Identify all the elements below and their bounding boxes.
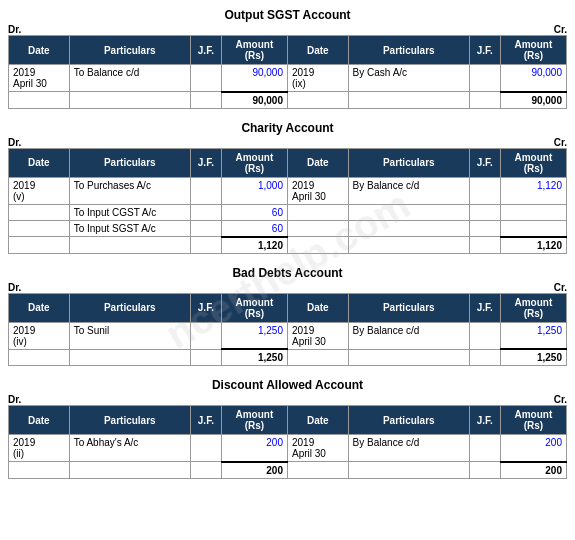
- col-header-left-0: Date: [9, 148, 70, 177]
- col-header-left-2: J.F.: [190, 36, 221, 65]
- col-header-right-0: Date: [287, 36, 348, 65]
- dr-label: Dr.: [8, 137, 21, 148]
- credit-total-date: [287, 349, 348, 366]
- credit-date-2: [287, 220, 348, 237]
- debit-amount-2: 60: [221, 220, 287, 237]
- col-header-right-3: Amount (Rs): [500, 293, 566, 322]
- credit-date-0: 2019 (ix): [287, 65, 348, 92]
- debit-total-amount: 200: [221, 462, 287, 479]
- debit-particulars-0: To Balance c/d: [69, 65, 190, 92]
- col-header-right-1: Particulars: [348, 36, 469, 65]
- credit-total-jf: [469, 92, 500, 109]
- debit-particulars-1: To Input CGST A/c: [69, 204, 190, 220]
- debit-particulars-0: To Sunil: [69, 322, 190, 349]
- col-header-left-0: Date: [9, 36, 70, 65]
- total-row: 90,00090,000: [9, 92, 567, 109]
- account-title-1: Charity Account: [8, 121, 567, 135]
- credit-particulars-0: By Cash A/c: [348, 65, 469, 92]
- col-header-left-0: Date: [9, 293, 70, 322]
- credit-particulars-0: By Balance c/d: [348, 322, 469, 349]
- table-row: To Input SGST A/c60: [9, 220, 567, 237]
- account-table-0: DateParticularsJ.F.Amount (Rs)DatePartic…: [8, 35, 567, 109]
- cr-label: Cr.: [554, 282, 567, 293]
- col-header-left-1: Particulars: [69, 148, 190, 177]
- debit-amount-0: 90,000: [221, 65, 287, 92]
- credit-amount-0: 90,000: [500, 65, 566, 92]
- col-header-right-3: Amount (Rs): [500, 406, 566, 435]
- credit-jf-2: [469, 220, 500, 237]
- col-header-right-2: J.F.: [469, 293, 500, 322]
- account-block-2: Bad Debts AccountDr.Cr.DateParticularsJ.…: [8, 266, 567, 367]
- dr-cr-row-2: Dr.Cr.: [8, 282, 567, 293]
- total-row: 1,1201,120: [9, 237, 567, 254]
- credit-particulars-1: [348, 204, 469, 220]
- debit-jf-0: [190, 322, 221, 349]
- debit-jf-2: [190, 220, 221, 237]
- account-block-1: Charity AccountDr.Cr.DateParticularsJ.F.…: [8, 121, 567, 254]
- debit-total-date: [9, 462, 70, 479]
- col-header-right-1: Particulars: [348, 148, 469, 177]
- debit-total-date: [9, 237, 70, 254]
- dr-cr-row-1: Dr.Cr.: [8, 137, 567, 148]
- dr-cr-row-3: Dr.Cr.: [8, 394, 567, 405]
- debit-total-jf: [190, 462, 221, 479]
- dr-label: Dr.: [8, 24, 21, 35]
- debit-total-amount: 1,120: [221, 237, 287, 254]
- debit-date-0: 2019 April 30: [9, 65, 70, 92]
- credit-particulars-0: By Balance c/d: [348, 177, 469, 204]
- debit-total-amount: 90,000: [221, 92, 287, 109]
- credit-total-particulars: [348, 237, 469, 254]
- credit-particulars-2: [348, 220, 469, 237]
- credit-date-0: 2019 April 30: [287, 435, 348, 462]
- debit-amount-0: 1,000: [221, 177, 287, 204]
- debit-jf-0: [190, 177, 221, 204]
- cr-label: Cr.: [554, 137, 567, 148]
- debit-date-2: [9, 220, 70, 237]
- debit-particulars-0: To Abhay's A/c: [69, 435, 190, 462]
- credit-amount-0: 200: [500, 435, 566, 462]
- col-header-left-3: Amount (Rs): [221, 148, 287, 177]
- col-header-left-1: Particulars: [69, 406, 190, 435]
- col-header-left-2: J.F.: [190, 406, 221, 435]
- table-row: 2019 (iv)To Sunil1,2502019 April 30By Ba…: [9, 322, 567, 349]
- col-header-right-3: Amount (Rs): [500, 148, 566, 177]
- cr-label: Cr.: [554, 394, 567, 405]
- credit-total-date: [287, 92, 348, 109]
- total-row: 200200: [9, 462, 567, 479]
- credit-jf-0: [469, 322, 500, 349]
- col-header-right-1: Particulars: [348, 293, 469, 322]
- cr-label: Cr.: [554, 24, 567, 35]
- col-header-left-0: Date: [9, 406, 70, 435]
- col-header-right-1: Particulars: [348, 406, 469, 435]
- credit-total-amount: 1,120: [500, 237, 566, 254]
- col-header-right-2: J.F.: [469, 148, 500, 177]
- debit-total-jf: [190, 92, 221, 109]
- col-header-left-3: Amount (Rs): [221, 293, 287, 322]
- col-header-right-0: Date: [287, 293, 348, 322]
- credit-jf-0: [469, 65, 500, 92]
- col-header-right-0: Date: [287, 406, 348, 435]
- credit-particulars-0: By Balance c/d: [348, 435, 469, 462]
- col-header-left-2: J.F.: [190, 148, 221, 177]
- debit-total-date: [9, 92, 70, 109]
- dr-label: Dr.: [8, 282, 21, 293]
- debit-total-particulars: [69, 92, 190, 109]
- debit-total-particulars: [69, 462, 190, 479]
- col-header-left-3: Amount (Rs): [221, 406, 287, 435]
- credit-total-jf: [469, 349, 500, 366]
- account-title-0: Output SGST Account: [8, 8, 567, 22]
- account-table-3: DateParticularsJ.F.Amount (Rs)DatePartic…: [8, 405, 567, 479]
- credit-total-amount: 1,250: [500, 349, 566, 366]
- debit-amount-0: 1,250: [221, 322, 287, 349]
- dr-cr-row-0: Dr.Cr.: [8, 24, 567, 35]
- table-row: To Input CGST A/c60: [9, 204, 567, 220]
- credit-total-amount: 90,000: [500, 92, 566, 109]
- table-row: 2019 (ii)To Abhay's A/c2002019 April 30B…: [9, 435, 567, 462]
- debit-total-particulars: [69, 237, 190, 254]
- debit-date-1: [9, 204, 70, 220]
- account-block-0: Output SGST AccountDr.Cr.DateParticulars…: [8, 8, 567, 109]
- credit-total-jf: [469, 237, 500, 254]
- credit-amount-1: [500, 204, 566, 220]
- debit-date-0: 2019 (v): [9, 177, 70, 204]
- debit-total-jf: [190, 349, 221, 366]
